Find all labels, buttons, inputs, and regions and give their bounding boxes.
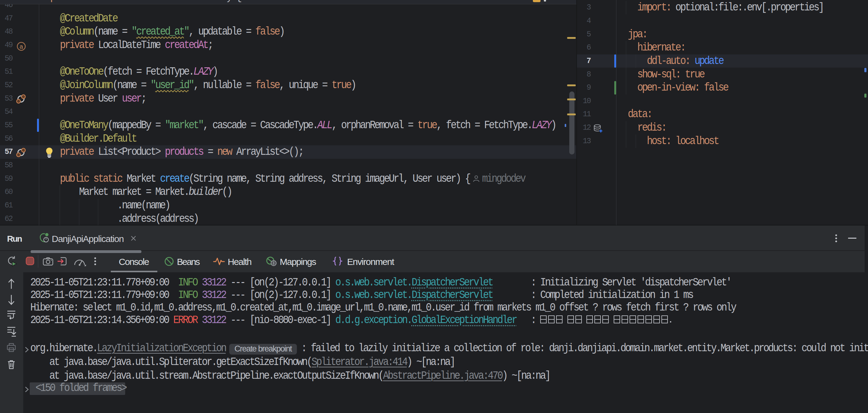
svg-text:a: a	[20, 43, 23, 50]
